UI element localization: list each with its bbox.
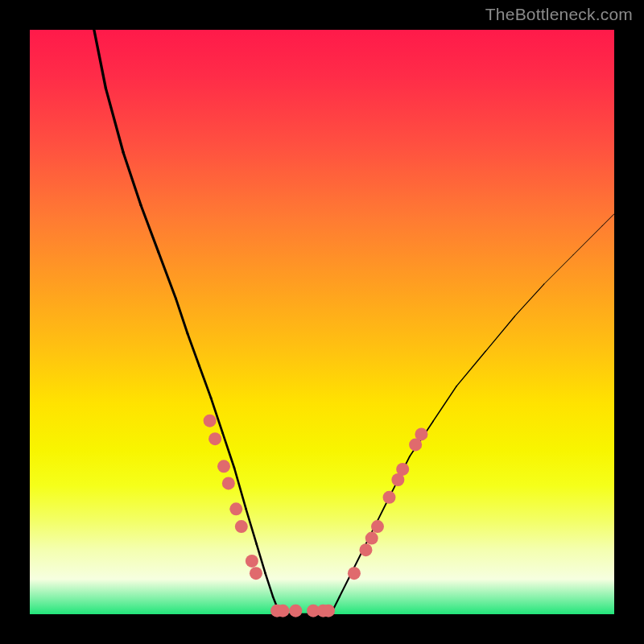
curve-segment: [105, 89, 123, 153]
data-point: [348, 567, 361, 580]
data-point: [204, 415, 217, 427]
chart-svg: [30, 30, 614, 614]
data-point: [396, 463, 409, 476]
data-point: [359, 543, 372, 556]
data-point: [246, 555, 258, 568]
watermark-text: TheBottleneck.com: [485, 5, 633, 24]
plot-area: [30, 30, 614, 614]
data-point: [235, 520, 248, 533]
curve-segment: [94, 30, 106, 89]
data-point: [229, 502, 242, 515]
curve-segment: [602, 214, 614, 226]
data-point: [289, 605, 302, 617]
curve-segment: [433, 386, 456, 422]
data-point: [365, 532, 378, 545]
curve-segment: [544, 255, 573, 284]
curve-segment: [573, 225, 602, 254]
data-point: [371, 520, 384, 533]
curve-segment: [159, 252, 176, 299]
curve-segment: [123, 152, 141, 204]
data-point: [250, 567, 262, 580]
curve-segment: [141, 205, 159, 252]
curve-segment: [515, 284, 544, 316]
curve-segment: [266, 573, 273, 597]
curve-segment: [200, 365, 212, 398]
data-point: [222, 477, 235, 489]
data-point: [415, 427, 427, 440]
data-point: [382, 491, 395, 504]
curve-segment: [456, 351, 485, 386]
data-point: [217, 460, 230, 473]
data-point: [208, 432, 221, 445]
curve-segment: [188, 334, 200, 366]
data-point: [322, 605, 335, 617]
chart-container: TheBottleneck.com: [0, 0, 644, 644]
curve-segment: [485, 316, 514, 352]
curve-segment: [176, 299, 188, 334]
data-point: [276, 605, 289, 617]
